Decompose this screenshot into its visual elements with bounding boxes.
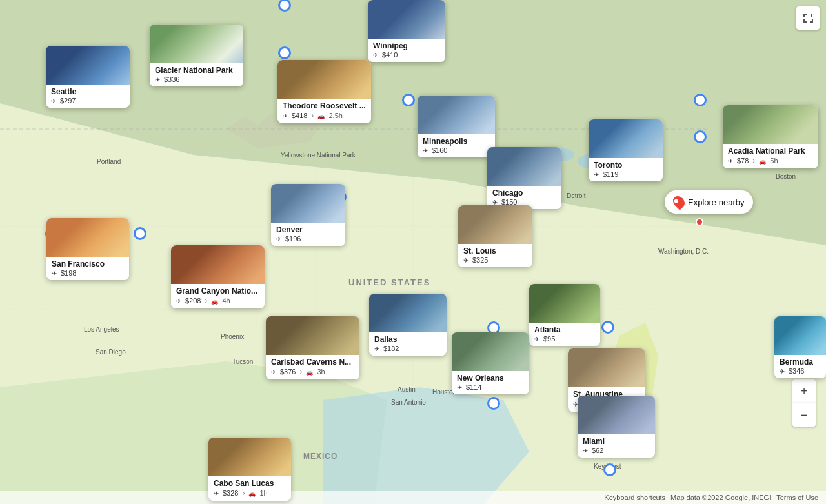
card-title-neworleans: New Orleans xyxy=(457,374,524,383)
card-price-minneapolis: $160 xyxy=(432,146,447,154)
card-bermuda[interactable]: Bermuda$346 xyxy=(774,316,826,378)
card-cabosanlucas[interactable]: Cabo San Lucas$3281h xyxy=(208,438,291,501)
plane-icon xyxy=(463,256,468,264)
card-price-neworleans: $114 xyxy=(466,383,481,391)
arrow-icon xyxy=(242,489,245,498)
card-title-grandcanyon: Grand Canyon Natio... xyxy=(176,287,259,296)
plane-icon xyxy=(283,112,288,119)
card-atlanta[interactable]: Atlanta$95 xyxy=(529,284,600,346)
card-price-carlsbad: $376 xyxy=(280,368,296,376)
card-price-winnipeg: $410 xyxy=(382,51,398,59)
expand-icon xyxy=(802,12,814,24)
card-grandcanyon[interactable]: Grand Canyon Natio...$2084h xyxy=(171,245,265,308)
map-marker xyxy=(278,46,291,59)
card-drive-cabosanlucas: 1h xyxy=(259,489,267,497)
plane-icon xyxy=(271,368,276,376)
keyboard-shortcuts-link[interactable]: Keyboard shortcuts xyxy=(604,494,665,501)
zoom-out-button[interactable]: − xyxy=(792,403,816,427)
card-minneapolis[interactable]: Minneapolis$160 xyxy=(418,96,495,157)
card-miami[interactable]: Miami$62 xyxy=(578,396,655,458)
card-img-glacier xyxy=(150,25,243,63)
map-marker xyxy=(601,321,614,334)
card-img-acadia xyxy=(723,105,818,144)
card-title-cabosanlucas: Cabo San Lucas xyxy=(214,479,286,488)
card-img-minneapolis xyxy=(418,96,495,134)
plane-icon xyxy=(155,76,160,83)
plane-icon xyxy=(423,146,428,154)
card-img-theodore xyxy=(277,60,371,99)
plane-icon xyxy=(457,383,462,391)
car-icon xyxy=(248,489,256,497)
card-theodore[interactable]: Theodore Roosevelt ...$4182.5h xyxy=(277,60,371,123)
map-container: UNITED STATES Portland Yellowstone Natio… xyxy=(0,0,826,504)
card-price-dallas: $182 xyxy=(383,345,399,352)
card-title-seattle: Seattle xyxy=(51,87,125,96)
terms-link[interactable]: Terms of Use xyxy=(776,494,818,501)
plane-icon xyxy=(276,235,281,243)
card-price-theodore: $418 xyxy=(292,112,307,119)
card-title-stlouis: St. Louis xyxy=(463,247,527,256)
card-sanfrancisco[interactable]: San Francisco$198 xyxy=(46,218,129,280)
card-title-atlanta: Atlanta xyxy=(534,325,595,334)
card-drive-theodore: 2.5h xyxy=(328,112,342,119)
card-drive-grandcanyon: 4h xyxy=(222,297,230,305)
plane-icon xyxy=(52,269,57,277)
map-marker xyxy=(487,397,500,410)
explore-nearby-label: Explore nearby xyxy=(688,197,744,207)
zoom-controls: + − xyxy=(792,379,816,427)
plane-icon xyxy=(214,489,219,497)
card-title-dallas: Dallas xyxy=(374,335,441,344)
card-title-carlsbad: Carlsbad Caverns N... xyxy=(271,358,354,367)
card-img-denver xyxy=(271,184,345,223)
car-icon xyxy=(211,297,218,305)
card-img-miami xyxy=(578,396,655,434)
card-toronto[interactable]: Toronto$119 xyxy=(589,119,663,181)
plane-icon xyxy=(373,51,378,59)
card-glacier[interactable]: Glacier National Park$336 xyxy=(150,25,243,86)
card-drive-carlsbad: 3h xyxy=(317,368,325,376)
card-price-toronto: $119 xyxy=(603,170,618,178)
card-title-minneapolis: Minneapolis xyxy=(423,137,490,146)
card-dallas[interactable]: Dallas$182 xyxy=(369,294,447,356)
zoom-in-button[interactable]: + xyxy=(792,379,816,403)
card-img-winnipeg xyxy=(368,0,445,39)
card-img-cabosanlucas xyxy=(208,438,291,476)
plane-icon xyxy=(780,367,785,375)
card-img-staugustine xyxy=(568,348,645,387)
map-marker xyxy=(694,94,707,106)
explore-nearby-button[interactable]: Explore nearby xyxy=(665,190,753,214)
expand-button[interactable] xyxy=(796,6,820,30)
card-neworleans[interactable]: New Orleans$114 xyxy=(452,332,529,394)
card-price-seattle: $297 xyxy=(60,97,76,105)
card-seattle[interactable]: Seattle$297 xyxy=(46,46,130,108)
card-price-sanfrancisco: $198 xyxy=(61,269,76,277)
card-img-carlsbad xyxy=(266,316,359,355)
card-title-glacier: Glacier National Park xyxy=(155,66,238,75)
card-drive-acadia: 5h xyxy=(770,157,778,165)
card-price-miami: $62 xyxy=(592,447,603,454)
card-winnipeg[interactable]: Winnipeg$410 xyxy=(368,0,445,62)
card-acadia[interactable]: Acadia National Park$785h xyxy=(723,105,818,168)
card-img-neworleans xyxy=(452,332,529,371)
card-price-glacier: $336 xyxy=(164,76,179,83)
map-marker xyxy=(402,94,415,106)
card-stlouis[interactable]: St. Louis$325 xyxy=(458,205,532,267)
card-img-bermuda xyxy=(774,316,826,355)
card-img-dallas xyxy=(369,294,447,332)
map-marker xyxy=(134,227,146,240)
car-icon xyxy=(306,368,313,376)
card-denver[interactable]: Denver$196 xyxy=(271,184,345,246)
plane-icon xyxy=(176,297,181,305)
card-img-grandcanyon xyxy=(171,245,265,284)
location-pin-icon xyxy=(670,194,687,210)
card-title-sanfrancisco: San Francisco xyxy=(52,259,124,268)
card-carlsbad[interactable]: Carlsbad Caverns N...$3763h xyxy=(266,316,359,379)
attribution-bar: Keyboard shortcuts Map data ©2022 Google… xyxy=(0,491,826,504)
plane-icon xyxy=(583,447,588,454)
card-chicago[interactable]: Chicago$150 xyxy=(487,147,561,209)
map-data-text: Map data ©2022 Google, INEGI xyxy=(670,494,771,501)
card-price-denver: $196 xyxy=(285,235,301,243)
arrow-icon xyxy=(299,367,302,376)
card-title-denver: Denver xyxy=(276,225,340,234)
car-icon xyxy=(317,112,325,119)
